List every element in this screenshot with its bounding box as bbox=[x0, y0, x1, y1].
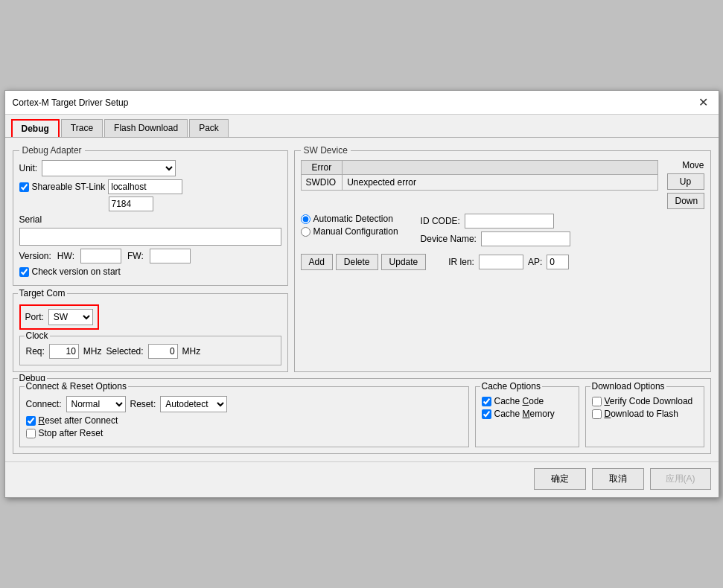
auto-detect-radio[interactable] bbox=[301, 214, 310, 224]
ir-len-label: IR len: bbox=[448, 257, 474, 267]
delete-button[interactable]: Delete bbox=[336, 254, 378, 270]
detection-section: Automatic Detection Manual Configuration… bbox=[301, 214, 704, 270]
detection-options-row: Automatic Detection Manual Configuration… bbox=[301, 214, 704, 249]
port-select[interactable]: SW JTAG bbox=[48, 309, 93, 325]
tab-flash-download[interactable]: Flash Download bbox=[104, 119, 188, 137]
ir-ap-section: IR len: AP: bbox=[448, 255, 569, 269]
move-section: Move Up Down bbox=[667, 160, 704, 209]
table-row: SWDIO Unexpected error bbox=[301, 175, 657, 191]
id-code-input[interactable] bbox=[465, 214, 554, 229]
window-title: Cortex-M Target Driver Setup bbox=[13, 98, 129, 108]
check-version-row: Check version on start bbox=[19, 266, 281, 277]
connect-label: Connect: bbox=[26, 399, 62, 409]
swdio-value: Unexpected error bbox=[343, 175, 657, 191]
shareable-label: Shareable ST-Link bbox=[32, 182, 106, 192]
connect-select[interactable]: Normal With Pre-reset Under Reset bbox=[66, 396, 126, 412]
download-options-group: Download Options Verify Code Download Do… bbox=[585, 386, 704, 447]
check-version-label: Check version on start bbox=[32, 266, 121, 277]
connect-reset-legend: Connect & Reset Options bbox=[25, 381, 128, 392]
download-inner: Verify Code Download Download to Flash bbox=[592, 396, 698, 419]
verify-code-label: Verify Code Download bbox=[605, 396, 693, 406]
clock-row: Req: MHz Selected: MHz bbox=[26, 344, 275, 359]
main-content: Debug Adapter Unit: Shareable ST-Link bbox=[5, 138, 719, 461]
reset-label: Reset: bbox=[130, 399, 156, 409]
port-highlighted-row: Port: SW JTAG bbox=[19, 304, 99, 330]
hw-input[interactable] bbox=[80, 249, 121, 263]
manual-config-radio[interactable] bbox=[301, 227, 310, 237]
mhz-label: MHz bbox=[83, 346, 102, 357]
up-button[interactable]: Up bbox=[667, 173, 704, 190]
cancel-button[interactable]: 取消 bbox=[592, 468, 644, 490]
download-flash-checkbox[interactable] bbox=[592, 409, 602, 419]
update-button[interactable]: Update bbox=[381, 254, 427, 270]
version-label: Version: bbox=[19, 251, 51, 261]
auto-detect-label: Automatic Detection bbox=[313, 214, 393, 224]
cache-code-row: Cache Code bbox=[482, 396, 573, 406]
connect-reset-inner: Connect: Normal With Pre-reset Under Res… bbox=[26, 396, 462, 438]
fw-label: FW: bbox=[127, 251, 144, 261]
swdio-label: SWDIO bbox=[301, 175, 343, 191]
unit-select[interactable] bbox=[42, 160, 176, 176]
ok-button[interactable]: 确定 bbox=[534, 468, 586, 490]
shareable-port-input[interactable] bbox=[109, 196, 153, 211]
port-row: Port: SW JTAG bbox=[19, 301, 281, 336]
target-com-legend: Target Com bbox=[18, 288, 67, 298]
title-bar: Cortex-M Target Driver Setup ✕ bbox=[5, 91, 719, 115]
device-name-row: Device Name: bbox=[421, 231, 570, 246]
mhz-label2: MHz bbox=[182, 346, 201, 357]
stop-after-reset-row: Stop after Reset bbox=[26, 428, 462, 438]
reset-after-connect-checkbox[interactable] bbox=[26, 416, 36, 426]
down-button[interactable]: Down bbox=[667, 193, 704, 209]
tab-debug[interactable]: Debug bbox=[11, 119, 60, 137]
top-panels: Debug Adapter Unit: Shareable ST-Link bbox=[13, 145, 711, 372]
add-button[interactable]: Add bbox=[301, 254, 333, 270]
cache-memory-label: Cache Memory bbox=[494, 409, 555, 419]
reset-after-connect-row: Reset after Connect bbox=[26, 415, 462, 426]
fw-input[interactable] bbox=[150, 249, 191, 263]
cache-options-legend: Cache Options bbox=[480, 381, 542, 392]
stop-after-reset-checkbox[interactable] bbox=[26, 429, 36, 438]
apply-button[interactable]: 应用(A) bbox=[650, 468, 711, 490]
tab-trace[interactable]: Trace bbox=[61, 119, 103, 137]
download-flash-row: Download to Flash bbox=[592, 409, 698, 419]
tab-pack[interactable]: Pack bbox=[189, 119, 229, 137]
add-delete-ir-row: Add Delete Update IR len: AP: bbox=[301, 254, 704, 270]
tabs-container: Debug Trace Flash Download Pack bbox=[5, 115, 719, 138]
verify-code-checkbox[interactable] bbox=[592, 397, 602, 406]
id-code-label: ID CODE: bbox=[421, 216, 460, 226]
cache-code-checkbox[interactable] bbox=[482, 397, 491, 406]
connect-row: Connect: Normal With Pre-reset Under Res… bbox=[26, 396, 462, 412]
serial-label: Serial bbox=[19, 214, 42, 225]
serial-input[interactable] bbox=[19, 228, 281, 246]
sw-device-panel: SW Device Error bbox=[294, 145, 711, 372]
sw-device-group: SW Device Error bbox=[294, 145, 711, 372]
left-panel: Debug Adapter Unit: Shareable ST-Link bbox=[13, 145, 288, 372]
download-flash-label: Download to Flash bbox=[605, 409, 678, 419]
clock-legend: Clock bbox=[25, 330, 50, 341]
connect-reset-group: Connect & Reset Options Connect: Normal … bbox=[19, 386, 469, 447]
shareable-checkbox[interactable] bbox=[19, 182, 29, 192]
manual-config-option: Manual Configuration bbox=[301, 226, 398, 237]
req-input[interactable] bbox=[49, 344, 79, 359]
selected-input[interactable] bbox=[148, 344, 178, 359]
unit-row: Unit: bbox=[19, 160, 281, 176]
close-button[interactable]: ✕ bbox=[695, 95, 711, 109]
ap-input[interactable] bbox=[547, 255, 569, 269]
id-code-device-section: ID CODE: Device Name: bbox=[421, 214, 570, 249]
device-name-input[interactable] bbox=[481, 231, 570, 246]
main-window: Cortex-M Target Driver Setup ✕ Debug Tra… bbox=[4, 90, 719, 498]
shareable-host-input[interactable] bbox=[108, 179, 182, 194]
check-version-checkbox[interactable] bbox=[19, 267, 29, 277]
manual-config-label: Manual Configuration bbox=[313, 226, 398, 237]
serial-row: Serial bbox=[19, 214, 281, 225]
reset-select[interactable]: Autodetect HW RESET SW SYSRESETREQ SW VE… bbox=[160, 396, 227, 412]
cache-memory-checkbox[interactable] bbox=[482, 409, 491, 419]
port-input-row bbox=[19, 196, 281, 211]
detection-radios: Automatic Detection Manual Configuration bbox=[301, 214, 398, 239]
download-options-legend: Download Options bbox=[590, 381, 666, 392]
ir-len-input[interactable] bbox=[479, 255, 523, 269]
cache-inner: Cache Code Cache Memory bbox=[482, 396, 573, 419]
device-name-label: Device Name: bbox=[421, 234, 477, 244]
sw-table-wrapper: Error SWDIO Unexpected error bbox=[301, 160, 658, 209]
port-label: Port: bbox=[25, 312, 44, 322]
